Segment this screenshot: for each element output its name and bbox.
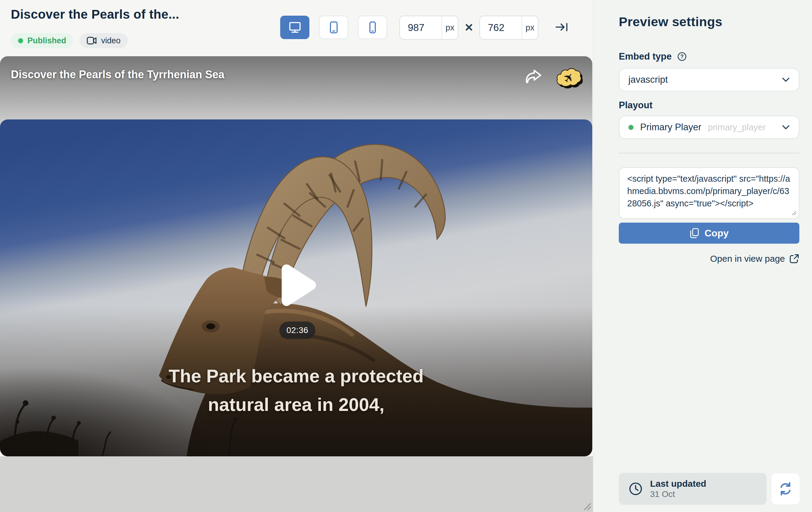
preview-settings-panel: Preview settings Embed type ? javascript…	[593, 0, 812, 512]
playout-select[interactable]: Primary Player primary_player	[619, 116, 800, 139]
device-tablet-button[interactable]	[319, 16, 348, 39]
external-link-icon	[789, 253, 800, 264]
share-icon[interactable]	[524, 69, 542, 85]
height-input-group: px	[480, 16, 539, 40]
status-badge-label: Published	[27, 36, 66, 46]
playout-status-dot	[629, 125, 634, 130]
media-type-badge: video	[80, 33, 128, 48]
preview-canvas	[0, 456, 593, 512]
arrow-to-bar-icon	[555, 21, 568, 33]
help-icon[interactable]: ?	[677, 52, 687, 61]
embed-type-label: Embed type ?	[619, 51, 687, 62]
video-poster-frame: 02:36 The Park became a protected natura…	[0, 119, 592, 456]
size-controls: px ✕ px	[399, 16, 539, 40]
embed-code-textarea[interactable]: <script type="text/javascript" src="http…	[619, 167, 800, 219]
media-type-label: video	[101, 36, 121, 46]
cloud-plane-logo-icon: ✈	[556, 66, 583, 92]
device-toggle-group	[280, 16, 387, 39]
panel-title: Preview settings	[619, 14, 722, 29]
clock-icon	[629, 482, 643, 496]
textarea-resize-handle[interactable]	[791, 210, 797, 216]
width-unit-label: px	[441, 16, 458, 39]
panel-divider	[619, 153, 800, 153]
chevron-down-icon	[782, 77, 790, 82]
preview-resize-handle[interactable]	[583, 502, 592, 511]
last-updated-value: 31 Oct	[650, 489, 706, 500]
device-mobile-button[interactable]	[358, 16, 387, 39]
height-unit-label: px	[522, 16, 538, 39]
width-input[interactable]	[400, 16, 441, 39]
video-player: Discover the Pearls of the Tyrrhenian Se…	[0, 56, 592, 456]
play-icon	[276, 260, 321, 311]
status-badge: Published	[11, 33, 74, 48]
height-input[interactable]	[480, 16, 522, 39]
subtitle-line-2: natural area in 2004,	[0, 390, 592, 419]
badge-row: Published video	[11, 33, 128, 48]
copy-button[interactable]: Copy	[619, 222, 800, 244]
refresh-button[interactable]	[771, 473, 800, 505]
last-updated-card: Last updated 31 Oct	[619, 473, 766, 505]
desktop-icon	[287, 20, 303, 35]
page: Discover the Pearls of the... Published …	[0, 0, 812, 512]
refresh-icon	[779, 482, 792, 496]
copy-icon	[690, 228, 699, 239]
player-top-overlay	[0, 56, 592, 119]
video-camera-icon	[87, 37, 97, 44]
play-button[interactable]	[276, 260, 321, 311]
playout-value: Primary Player	[640, 122, 701, 133]
svg-text:?: ?	[680, 54, 684, 60]
playout-label-text: Playout	[619, 100, 652, 111]
embed-type-label-text: Embed type	[619, 51, 672, 62]
playout-hint: primary_player	[708, 122, 766, 132]
apply-size-button[interactable]	[553, 20, 570, 34]
chevron-down-icon	[782, 125, 790, 130]
subtitle-text: The Park became a protected natural area…	[0, 362, 592, 419]
embed-type-value: javascript	[629, 74, 668, 85]
device-desktop-button[interactable]	[280, 16, 310, 39]
embed-code-box: <script type="text/javascript" src="http…	[619, 167, 800, 219]
mobile-icon	[366, 20, 380, 35]
open-link-label: Open in view page	[710, 253, 785, 264]
width-input-group: px	[399, 16, 458, 40]
subtitle-line-1: The Park became a protected	[0, 362, 592, 390]
dimension-separator: ✕	[458, 21, 480, 34]
embed-type-select[interactable]: javascript	[619, 68, 800, 91]
open-in-view-page-link[interactable]: Open in view page	[619, 253, 800, 264]
duration-badge: 02:36	[279, 322, 315, 339]
copy-button-label: Copy	[704, 228, 729, 239]
tablet-icon	[326, 20, 341, 35]
page-title: Discover the Pearls of the...	[11, 7, 179, 22]
playout-label: Playout	[619, 100, 652, 111]
status-dot-icon	[18, 38, 23, 43]
last-updated-label: Last updated	[650, 478, 706, 489]
video-title: Discover the Pearls of the Tyrrhenian Se…	[11, 68, 225, 81]
